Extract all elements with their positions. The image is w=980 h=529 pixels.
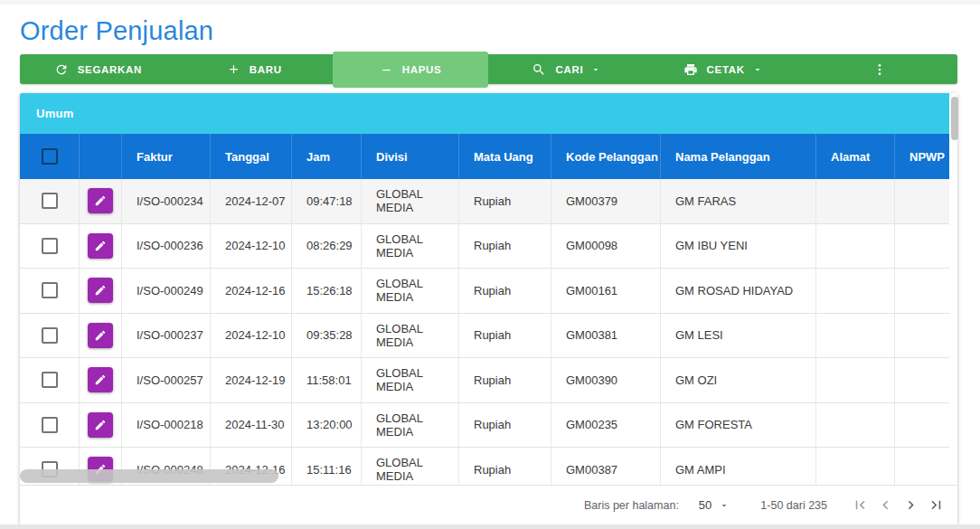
edit-button[interactable] (88, 412, 113, 438)
table-row: I/SO-0002342024-12-0709:47:18GLOBAL MEDI… (20, 179, 949, 224)
delete-button[interactable]: HAPUS (333, 52, 489, 88)
cell-kode-pelanggan: GM00390 (551, 358, 661, 402)
column-header-npwp[interactable]: NPWP (895, 134, 947, 179)
cell-npwp (895, 448, 947, 485)
cell-jam: 13:20:00 (292, 403, 362, 448)
vertical-scrollbar[interactable] (951, 97, 958, 140)
column-header-kode-pelanggan[interactable]: Kode Pelanggan (551, 134, 661, 179)
row-checkbox[interactable] (42, 327, 58, 344)
row-select-cell (20, 224, 80, 269)
cell-tanggal: 2024-12-19 (211, 358, 292, 402)
column-header-mata-uang[interactable]: Mata Uang (459, 134, 551, 179)
row-checkbox[interactable] (42, 372, 58, 388)
cell-nama-pelanggan: GM FARAS (661, 179, 816, 223)
cell-divisi: GLOBAL MEDIA (362, 269, 459, 313)
row-checkbox[interactable] (42, 193, 58, 209)
next-page-button[interactable] (898, 493, 923, 518)
page-title: Order Penjualan (20, 16, 213, 46)
row-checkbox[interactable] (42, 238, 58, 254)
cell-alamat (816, 448, 895, 485)
cell-divisi: GLOBAL MEDIA (362, 403, 459, 448)
cell-faktur: I/SO-000237 (122, 314, 211, 358)
row-checkbox[interactable] (42, 282, 58, 298)
cell-nama-pelanggan: GM IBU YENI (661, 224, 816, 269)
toolbar: SEGARKAN BARU HAPUS CARI CETAK (20, 54, 957, 84)
cell-jam: 11:58:01 (292, 358, 362, 402)
cell-tanggal: 2024-11-30 (211, 403, 292, 448)
cell-tanggal: 2024-12-10 (211, 224, 292, 269)
row-edit-cell (80, 224, 122, 269)
row-select-cell (20, 269, 80, 313)
column-header-alamat[interactable]: Alamat (816, 134, 895, 179)
table-row: I/SO-0002362024-12-1008:26:29GLOBAL MEDI… (20, 224, 949, 269)
rows-per-page-select[interactable]: 50 (699, 498, 730, 512)
minus-icon (380, 63, 393, 77)
edit-button[interactable] (88, 233, 113, 259)
cell-npwp (895, 403, 947, 448)
first-page-icon (852, 496, 869, 514)
cell-divisi: GLOBAL MEDIA (362, 179, 459, 223)
search-button[interactable]: CARI (488, 54, 645, 84)
refresh-icon (54, 62, 69, 77)
cell-alamat (816, 269, 895, 313)
first-page-button[interactable] (847, 493, 872, 518)
cell-npwp (895, 314, 947, 358)
edit-icon (94, 373, 107, 386)
cell-alamat (816, 358, 895, 402)
column-header-divisi[interactable]: Divisi (362, 134, 459, 179)
column-header-faktur[interactable]: Faktur (122, 134, 211, 179)
edit-button[interactable] (88, 188, 113, 213)
orders-table-card: Umum Faktur Tanggal Jam Divisi Mata Uang… (20, 93, 957, 524)
cell-alamat (816, 403, 895, 448)
cell-tanggal: 2024-12-07 (211, 179, 292, 223)
row-select-cell (20, 358, 80, 402)
row-edit-cell (80, 269, 122, 313)
column-header-nama-pelanggan[interactable]: Nama Pelanggan (661, 134, 816, 179)
cell-jam: 08:26:29 (292, 224, 362, 269)
search-icon (532, 62, 546, 77)
row-select-cell (20, 314, 80, 358)
section-title: Umum (36, 107, 74, 120)
page: Order Penjualan SEGARKAN BARU HAPUS CARI… (0, 0, 980, 529)
cell-kode-pelanggan: GM00387 (551, 448, 661, 485)
edit-button[interactable] (88, 367, 113, 392)
more-options-button[interactable] (801, 54, 957, 84)
cell-nama-pelanggan: GM AMPI (661, 448, 816, 485)
refresh-button-label: SEGARKAN (78, 64, 142, 75)
refresh-button[interactable]: SEGARKAN (20, 54, 176, 84)
last-page-button[interactable] (923, 493, 948, 518)
chevron-down-icon (719, 500, 730, 511)
rows-per-page-value: 50 (699, 498, 711, 512)
table-header-row: Faktur Tanggal Jam Divisi Mata Uang Kode… (20, 134, 949, 179)
plus-icon (227, 62, 240, 76)
table-row: I/SO-0002492024-12-1615:26:18GLOBAL MEDI… (20, 269, 949, 314)
header-edit-cell (80, 134, 122, 179)
column-header-tanggal[interactable]: Tanggal (211, 134, 292, 179)
print-button-label: CETAK (707, 64, 745, 75)
pagination-bar: Baris per halaman: 50 1-50 dari 235 (20, 485, 957, 524)
cell-mata-uang: Rupiah (459, 179, 551, 223)
cell-kode-pelanggan: GM00161 (551, 269, 661, 313)
horizontal-scrollbar[interactable] (20, 469, 278, 483)
rows-per-page-label: Baris per halaman: (584, 499, 679, 512)
select-all-checkbox[interactable] (42, 148, 58, 165)
cell-kode-pelanggan: GM00098 (551, 224, 661, 269)
previous-page-button[interactable] (872, 493, 898, 518)
row-checkbox[interactable] (42, 417, 58, 433)
edit-button[interactable] (88, 278, 113, 303)
new-button-label: BARU (250, 64, 282, 75)
cell-nama-pelanggan: GM ROSAD HIDAYAD (661, 269, 816, 313)
print-button[interactable]: CETAK (645, 54, 801, 84)
edit-button[interactable] (88, 323, 113, 348)
chevron-down-icon (752, 64, 763, 75)
cell-mata-uang: Rupiah (459, 403, 551, 448)
search-button-label: CARI (555, 64, 583, 75)
header-select-all-cell (20, 134, 80, 179)
edit-icon (94, 240, 107, 252)
cell-divisi: GLOBAL MEDIA (362, 314, 459, 358)
cell-alamat (816, 179, 895, 223)
column-header-jam[interactable]: Jam (292, 134, 362, 179)
row-edit-cell (80, 403, 122, 448)
cell-mata-uang: Rupiah (459, 224, 551, 269)
new-button[interactable]: BARU (176, 54, 333, 84)
